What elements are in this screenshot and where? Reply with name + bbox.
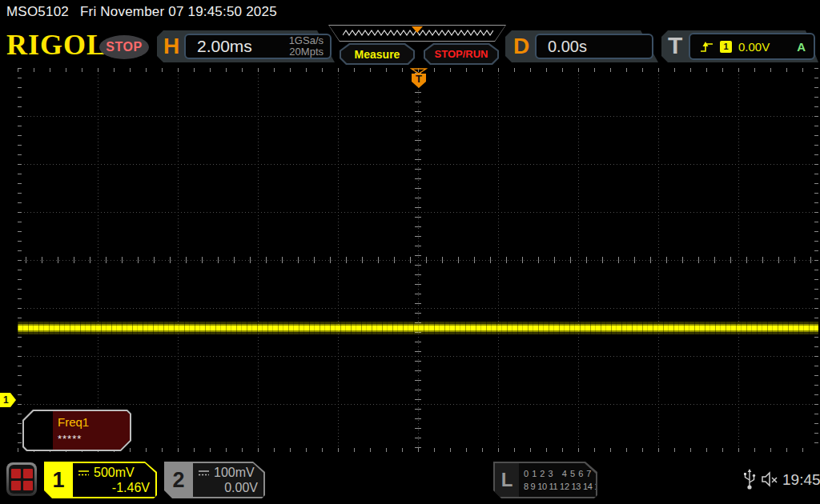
logic-analyzer-block[interactable]: L 0 1 2 3 4 5 6 7 8 9 10 11 12 13 14 15	[493, 462, 597, 498]
stop-run-button[interactable]: STOP/RUN	[424, 43, 499, 65]
channel1-status-block[interactable]: 1 500mV -1.46V	[44, 462, 157, 498]
usb-icon	[743, 469, 756, 490]
system-clock: 19:45	[782, 471, 820, 489]
dc-coupling-icon	[78, 469, 90, 477]
ch1-trace-noise	[18, 322, 818, 334]
channel1-offset: -1.46V	[78, 480, 150, 496]
delay-value: 0.00s	[537, 38, 587, 56]
graticule-grid	[18, 68, 818, 452]
menu-grid-icon	[9, 465, 34, 494]
dc-coupling-icon	[198, 469, 210, 477]
preview-trigger-position-icon	[412, 26, 423, 33]
rigol-logo: RIGOL	[6, 29, 107, 61]
channel2-number: 2	[164, 462, 193, 498]
speaker-muted-icon[interactable]	[761, 471, 780, 487]
logic-label: L	[495, 463, 519, 497]
title-bar: MSO5102Fri November 07 19:45:50 2025	[6, 4, 288, 20]
memory-depth: 20Mpts	[289, 46, 324, 58]
datetime: Fri November 07 19:45:50 2025	[80, 4, 277, 19]
trigger-source-badge: 1	[720, 41, 732, 53]
trigger-label: T	[668, 30, 682, 62]
measure-button-label: Measure	[355, 48, 400, 61]
stop-run-button-label: STOP/RUN	[435, 48, 488, 60]
measurement-value: *****	[58, 433, 82, 445]
trigger-box[interactable]: 1 0.00V A	[689, 33, 815, 60]
delay-label: D	[513, 30, 529, 62]
menu-grid-button[interactable]	[6, 462, 37, 496]
channel1-number: 1	[44, 462, 73, 498]
sample-rate: 1GSa/s	[289, 34, 324, 46]
acquisition-info: 1GSa/s 20Mpts	[289, 35, 324, 58]
rising-edge-icon	[700, 41, 713, 53]
logic-channels-row2: 8 9 10 11 12 13 14 15	[524, 482, 604, 491]
model-name: MSO5102	[6, 4, 69, 19]
run-state-indicator[interactable]: STOP	[99, 35, 149, 59]
run-state-label: STOP	[106, 40, 142, 54]
channel1-scale: 500mV	[94, 465, 135, 480]
timebase-box[interactable]: 2.00ms 1GSa/s 20Mpts	[184, 34, 332, 59]
delay-box[interactable]: 0.00s	[535, 34, 653, 59]
oscilloscope-screen: MSO5102Fri November 07 19:45:50 2025 RIG…	[0, 0, 820, 504]
trigger-mode-auto: A	[797, 40, 806, 54]
measurement-name: Freq1	[58, 415, 89, 429]
measurement-box[interactable]: Freq1 *****	[24, 411, 130, 450]
trigger-level: 0.00V	[738, 40, 790, 54]
channel2-scale: 100mV	[214, 465, 255, 480]
timebase-value: 2.00ms	[197, 37, 252, 56]
channel2-offset: 0.00V	[198, 480, 258, 496]
svg-text:T: T	[416, 73, 422, 85]
measure-button[interactable]: Measure	[340, 43, 415, 65]
ch1-ground-marker[interactable]: 1	[0, 393, 16, 407]
trigger-position-marker[interactable]: T	[410, 68, 428, 90]
logic-channels-row1: 0 1 2 3 4 5 6 7	[524, 469, 592, 478]
channel2-status-block[interactable]: 2 100mV 0.00V	[164, 462, 265, 498]
horizontal-label: H	[163, 30, 179, 62]
